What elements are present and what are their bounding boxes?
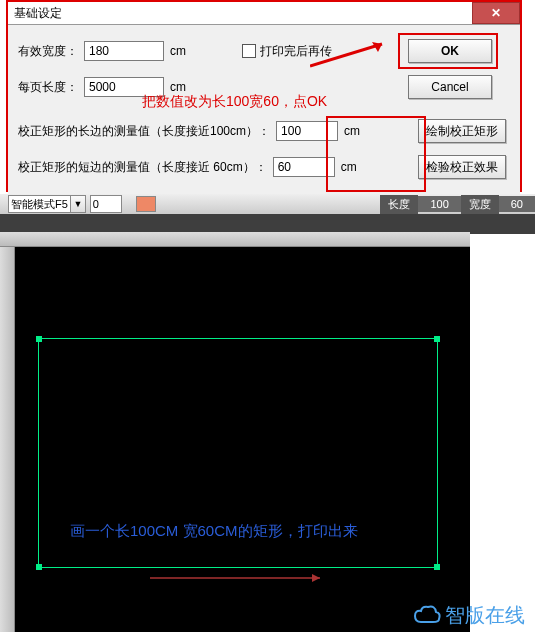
watermark-cloud-icon — [413, 604, 441, 628]
ruler-horizontal — [0, 232, 470, 247]
toolbar-number[interactable] — [90, 195, 122, 213]
btn-label: 检验校正效果 — [426, 159, 498, 176]
unit-cm: cm — [170, 44, 186, 58]
width-label: 宽度 — [461, 195, 499, 214]
row-measure-short: 校正矩形的短边的测量值（长度接近 60cm）： cm — [18, 157, 357, 177]
color-swatch-icon[interactable] — [136, 196, 156, 212]
handle-icon[interactable] — [434, 336, 440, 342]
row-measure-long: 校正矩形的长边的测量值（长度接近100cm）： cm — [18, 121, 360, 141]
cancel-label: Cancel — [431, 80, 468, 94]
length-label: 长度 — [380, 195, 418, 214]
watermark-text: 智版在线 — [445, 602, 525, 629]
label-measure-long: 校正矩形的长边的测量值（长度接近100cm）： — [18, 123, 270, 140]
ruler-vertical — [0, 232, 15, 632]
watermark: 智版在线 — [413, 602, 525, 629]
settings-dialog: 基础设定 ✕ 有效宽度： cm 打印完后再传 每页长度： cm OK Cance… — [8, 2, 520, 209]
handle-icon[interactable] — [36, 564, 42, 570]
handle-icon[interactable] — [434, 564, 440, 570]
label-length: 每页长度： — [18, 79, 78, 96]
handle-icon[interactable] — [36, 336, 42, 342]
mode-value: 智能模式F5 — [11, 197, 68, 212]
unit-cm: cm — [170, 80, 186, 94]
annotation-box-values — [326, 116, 426, 192]
btn-label: 绘制校正矩形 — [426, 123, 498, 140]
ok-label: OK — [441, 44, 459, 58]
length-value: 100 — [418, 196, 460, 212]
canvas-arrow-icon — [150, 572, 330, 584]
checkbox-print-after[interactable]: 打印完后再传 — [242, 43, 332, 60]
width-value: 60 — [499, 196, 535, 212]
title-bar[interactable]: 基础设定 ✕ — [8, 2, 520, 25]
input-width[interactable] — [84, 41, 164, 61]
app-toolbar: 智能模式F5 ▼ 长度 100 宽度 60 — [0, 194, 535, 234]
draw-calibration-button[interactable]: 绘制校正矩形 — [418, 119, 506, 143]
chevron-down-icon[interactable]: ▼ — [71, 195, 86, 213]
checkbox-icon — [242, 44, 256, 58]
ok-button[interactable]: OK — [408, 39, 492, 63]
test-calibration-button[interactable]: 检验校正效果 — [418, 155, 506, 179]
drawing-canvas[interactable]: 画一个长100CM 宽60CM的矩形，打印出来 — [0, 232, 470, 632]
close-button[interactable]: ✕ — [472, 2, 520, 24]
label-measure-short: 校正矩形的短边的测量值（长度接近 60cm）： — [18, 159, 267, 176]
dialog-title: 基础设定 — [14, 5, 62, 22]
annotation-note: 把数值改为长100宽60，点OK — [142, 93, 327, 111]
svg-marker-3 — [312, 574, 320, 582]
cancel-button[interactable]: Cancel — [408, 75, 492, 99]
canvas-annotation-text: 画一个长100CM 宽60CM的矩形，打印出来 — [70, 522, 358, 541]
dialog-body: 有效宽度： cm 打印完后再传 每页长度： cm OK Cancel 把数值改为… — [8, 25, 520, 209]
checkbox-label: 打印完后再传 — [260, 43, 332, 60]
toolbar-top: 智能模式F5 ▼ 长度 100 宽度 60 — [0, 194, 535, 214]
mode-select[interactable]: 智能模式F5 — [8, 195, 71, 213]
close-icon: ✕ — [491, 6, 501, 20]
label-width: 有效宽度： — [18, 43, 78, 60]
